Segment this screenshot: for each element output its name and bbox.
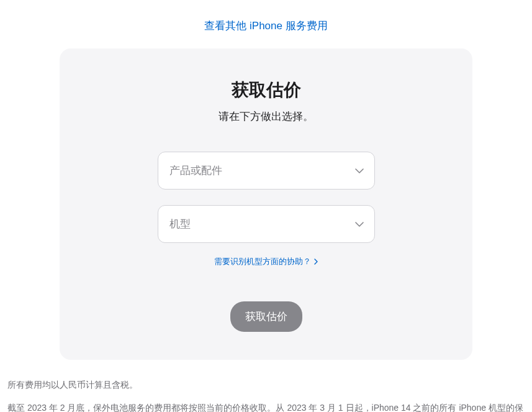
model-select-placeholder: 机型 [169,217,191,231]
model-select-wrapper: 机型 [158,205,375,243]
estimate-card: 获取估价 请在下方做出选择。 产品或配件 机型 需要识别机型方面的协助？ 获取估… [60,48,472,360]
footer-text: 所有费用均以人民币计算且含税。 截至 2023 年 2 月底，保外电池服务的费用… [0,377,532,412]
footer-line-1: 所有费用均以人民币计算且含税。 [7,377,525,393]
help-link-container: 需要识别机型方面的协助？ [84,255,448,267]
footer-line-2: 截至 2023 年 2 月底，保外电池服务的费用都将按照当前的价格收取。从 20… [7,400,525,412]
identify-model-help-link[interactable]: 需要识别机型方面的协助？ [214,257,318,266]
model-select[interactable]: 机型 [158,205,375,243]
product-select-placeholder: 产品或配件 [169,163,222,178]
footer-line-2-part1: 截至 2023 年 2 月底，保外电池服务的费用都将按照当前的价格收取。从 20… [7,403,523,412]
card-subtitle: 请在下方做出选择。 [84,109,448,124]
product-select[interactable]: 产品或配件 [158,152,375,190]
help-link-text: 需要识别机型方面的协助？ [214,257,311,266]
product-select-wrapper: 产品或配件 [158,152,375,190]
card-title: 获取估价 [84,78,448,102]
get-estimate-button[interactable]: 获取估价 [230,301,302,332]
other-services-link[interactable]: 查看其他 iPhone 服务费用 [204,20,327,32]
chevron-right-icon [314,257,318,267]
top-link-container: 查看其他 iPhone 服务费用 [0,0,532,48]
